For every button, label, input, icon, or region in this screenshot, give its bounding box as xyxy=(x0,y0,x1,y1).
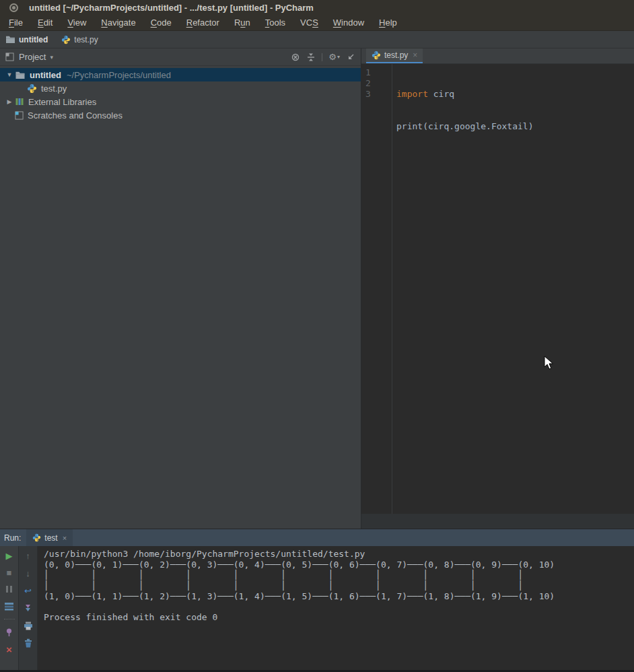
run-panel-title[interactable]: Run: xyxy=(0,529,26,546)
clear-console-icon[interactable] xyxy=(23,638,34,648)
chevron-right-icon[interactable]: ▶ xyxy=(4,98,15,105)
stop-button[interactable]: ■ xyxy=(4,567,15,578)
menu-run[interactable]: Run xyxy=(227,15,258,30)
project-toolwindow-icon xyxy=(5,53,14,61)
run-panel-header: Run: test × xyxy=(0,529,634,546)
editor-gutter: 1 2 3 xyxy=(361,64,392,529)
up-stacktrace-icon[interactable]: ↑ xyxy=(23,550,34,561)
menu-help[interactable]: Help xyxy=(372,15,404,30)
project-panel: Project ▾ ⚙▾ ▼ xyxy=(0,48,361,529)
pycharm-window: untitled [~/PycharmProjects/untitled] - … xyxy=(0,0,634,672)
menu-tools[interactable]: Tools xyxy=(258,15,293,30)
python-file-icon xyxy=(32,533,41,542)
close-run-button[interactable]: × xyxy=(4,644,15,654)
down-stacktrace-icon[interactable]: ↓ xyxy=(23,568,34,578)
restore-layout-icon[interactable] xyxy=(4,601,15,611)
tree-item-scratches[interactable]: Scratches and Consoles xyxy=(0,108,361,122)
run-panel: Run: test × ▶ ■ × xyxy=(0,529,634,672)
close-icon[interactable]: × xyxy=(63,534,67,542)
line-number: 1 xyxy=(365,67,392,78)
python-file-icon xyxy=(372,51,381,60)
editor-tab-testpy[interactable]: test.py × xyxy=(366,48,423,63)
menu-view[interactable]: View xyxy=(60,15,94,30)
breadcrumb-project[interactable]: untitled xyxy=(5,35,48,44)
project-tree: ▼ untitled ~/PycharmProjects/untitled te… xyxy=(0,66,361,122)
code-line-1: import cirq xyxy=(396,89,534,100)
breadcrumb: untitled test.py xyxy=(0,31,634,48)
code-line-3 xyxy=(396,154,534,164)
editor-bottom-strip xyxy=(361,514,634,529)
titlebar: untitled [~/PycharmProjects/untitled] - … xyxy=(0,0,634,15)
pin-tab-icon[interactable] xyxy=(4,627,15,638)
python-file-icon xyxy=(27,83,37,94)
menu-edit[interactable]: Edit xyxy=(30,15,60,30)
run-console[interactable]: /usr/bin/python3 /home/iborg/PycharmProj… xyxy=(38,546,634,670)
toolbar-separator xyxy=(322,53,322,61)
run-panel-body: ▶ ■ × ↑ ↓ ↩ xyxy=(0,546,634,670)
code-line-2: print(cirq.google.Foxtail) xyxy=(396,121,534,132)
console-toolbar: ↑ ↓ ↩ xyxy=(19,546,38,670)
print-icon[interactable] xyxy=(23,620,34,631)
close-icon[interactable]: × xyxy=(413,51,417,60)
pause-output-button[interactable] xyxy=(4,584,15,595)
folder-icon xyxy=(15,71,26,79)
scroll-to-end-icon[interactable] xyxy=(23,603,34,613)
window-menu-icon[interactable] xyxy=(9,3,18,12)
python-file-icon xyxy=(61,35,71,44)
hide-panel-icon[interactable] xyxy=(346,53,355,62)
menu-refactor[interactable]: Refactor xyxy=(179,15,227,30)
mouse-cursor xyxy=(544,356,554,373)
locate-file-icon[interactable] xyxy=(291,53,300,62)
project-view-caret-icon[interactable]: ▾ xyxy=(50,54,53,61)
menu-file[interactable]: File xyxy=(1,15,30,30)
line-number: 3 xyxy=(365,89,392,100)
menu-vcs[interactable]: VCS xyxy=(293,15,326,30)
editor-tab-label: test.py xyxy=(384,51,408,60)
folder-icon xyxy=(5,35,15,44)
run-tab-test[interactable]: test × xyxy=(26,529,73,546)
project-path: ~/PycharmProjects/untitled xyxy=(67,70,171,80)
console-output: /usr/bin/python3 /home/iborg/PycharmProj… xyxy=(38,546,634,623)
rerun-button[interactable]: ▶ xyxy=(4,550,15,561)
menu-code[interactable]: Code xyxy=(143,15,179,30)
toolbar-separator xyxy=(4,619,15,619)
tree-item-untitled[interactable]: ▼ untitled ~/PycharmProjects/untitled xyxy=(0,68,361,81)
run-toolbar: ▶ ■ × xyxy=(0,546,19,670)
code-area[interactable]: import cirq print(cirq.google.Foxtail) xyxy=(392,64,534,529)
soft-wrap-icon[interactable]: ↩ xyxy=(23,585,34,596)
menu-navigate[interactable]: Navigate xyxy=(94,15,143,30)
menubar: FileEditViewNavigateCodeRefactorRunTools… xyxy=(0,15,634,31)
line-number: 2 xyxy=(365,78,392,89)
libraries-icon xyxy=(15,97,24,106)
gear-icon[interactable]: ⚙▾ xyxy=(328,52,340,62)
breadcrumb-file[interactable]: test.py xyxy=(61,35,98,44)
window-title: untitled [~/PycharmProjects/untitled] - … xyxy=(29,3,314,13)
editor-body[interactable]: 1 2 3 import cirq print(cirq.google.Foxt… xyxy=(361,64,634,529)
editor-tabbar: test.py × xyxy=(361,48,634,64)
tree-item-testpy[interactable]: test.py xyxy=(0,81,361,95)
main-area: Project ▾ ⚙▾ ▼ xyxy=(0,48,634,529)
project-panel-header: Project ▾ ⚙▾ xyxy=(0,48,361,66)
run-tab-label: test xyxy=(44,533,57,543)
collapse-all-icon[interactable] xyxy=(306,53,316,62)
tree-item-external-libraries[interactable]: ▶ External Libraries xyxy=(0,95,361,108)
chevron-down-icon[interactable]: ▼ xyxy=(4,71,15,78)
project-panel-title[interactable]: Project xyxy=(19,52,46,62)
scratches-icon xyxy=(15,111,24,120)
editor-pane: test.py × 1 2 3 import cirq print(cirq.g… xyxy=(361,48,634,529)
menu-window[interactable]: Window xyxy=(326,15,372,30)
